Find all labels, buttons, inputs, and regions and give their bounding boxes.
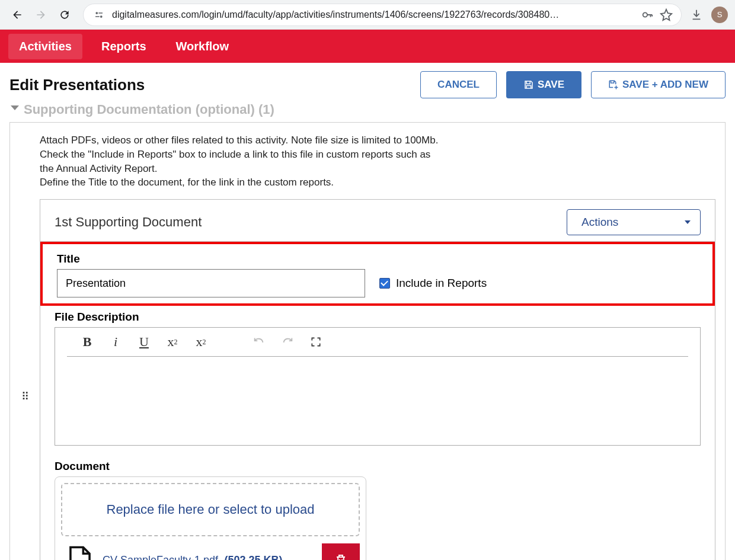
actions-dropdown[interactable]: Actions	[567, 209, 701, 235]
rich-text-editor[interactable]: B i U x2 x2	[55, 327, 701, 446]
file-dropzone[interactable]: Replace file here or select to upload CV…	[55, 476, 366, 560]
save-plus-icon	[608, 79, 619, 90]
title-input[interactable]	[57, 269, 365, 297]
superscript-icon[interactable]: x2	[164, 334, 181, 350]
top-nav: Activities Reports Workflow	[0, 30, 735, 63]
save-button-label: SAVE	[538, 79, 564, 91]
drag-handle-icon[interactable]: ⠿	[21, 390, 30, 403]
key-icon[interactable]	[641, 8, 654, 21]
browser-url-text: digitalmeasures.com/login/umd/faculty/ap…	[112, 9, 635, 20]
save-button[interactable]: SAVE	[506, 71, 581, 98]
italic-icon[interactable]: i	[107, 334, 124, 350]
save-add-new-button[interactable]: SAVE + ADD NEW	[591, 71, 726, 98]
svg-point-2	[100, 15, 103, 18]
document-label: Document	[55, 460, 701, 473]
include-checkbox-icon[interactable]	[379, 278, 390, 289]
card-title: 1st Supporting Document	[55, 215, 202, 230]
title-highlight-box: Title Include in Reports	[40, 242, 715, 306]
uploaded-file-row: CV SampleFaculty-1.pdf (502.25 KB)	[61, 536, 360, 560]
browser-reload-button[interactable]	[55, 5, 75, 25]
delete-file-button[interactable]	[322, 543, 360, 560]
instructions-line: Check the "Include in Reports" box to in…	[40, 148, 443, 176]
save-icon	[523, 79, 534, 90]
tab-reports[interactable]: Reports	[91, 34, 157, 59]
file-name-link[interactable]: CV SampleFaculty-1.pdf	[103, 554, 218, 560]
underline-icon[interactable]: U	[136, 334, 152, 350]
subscript-icon[interactable]: x2	[193, 334, 209, 350]
instructions-line: Attach PDFs, videos or other files relat…	[40, 133, 443, 148]
svg-point-0	[95, 12, 98, 14]
instructions-line: Define the Title to the document, for th…	[40, 175, 695, 190]
include-label: Include in Reports	[396, 277, 487, 290]
file-size: (502.25 KB)	[225, 554, 283, 560]
cancel-button[interactable]: CANCEL	[420, 71, 497, 98]
star-icon[interactable]	[660, 8, 673, 21]
site-settings-icon[interactable]	[92, 8, 106, 22]
browser-url-bar[interactable]: digitalmeasures.com/login/umd/faculty/ap…	[83, 4, 682, 26]
dropzone-text: Replace file here or select to upload	[61, 483, 360, 536]
browser-forward-button[interactable]	[31, 5, 51, 25]
section-toggle[interactable]: Supporting Documentation (optional) (1)	[0, 98, 735, 122]
browser-back-button[interactable]	[7, 5, 27, 25]
page-title: Edit Presentations	[9, 76, 145, 94]
tab-activities[interactable]: Activities	[8, 34, 82, 59]
bold-icon[interactable]: B	[79, 334, 95, 350]
undo-icon[interactable]	[251, 334, 267, 350]
tab-workflow[interactable]: Workflow	[165, 34, 240, 59]
profile-avatar[interactable]: S	[711, 7, 728, 23]
file-description-label: File Description	[55, 311, 701, 324]
trash-icon	[334, 552, 348, 560]
svg-point-4	[643, 12, 647, 17]
svg-rect-3	[95, 16, 100, 17]
downloads-icon[interactable]	[690, 8, 703, 21]
section-instructions: Attach PDFs, videos or other files relat…	[10, 123, 725, 199]
save-add-new-label: SAVE + ADD NEW	[622, 79, 708, 91]
supporting-document-card: ⠿ 1st Supporting Document Actions Title …	[40, 199, 715, 560]
file-icon	[67, 545, 93, 560]
fullscreen-icon[interactable]	[308, 334, 324, 350]
title-label: Title	[57, 252, 698, 265]
redo-icon[interactable]	[279, 334, 296, 350]
include-in-reports[interactable]: Include in Reports	[379, 277, 487, 290]
svg-rect-1	[98, 12, 103, 14]
